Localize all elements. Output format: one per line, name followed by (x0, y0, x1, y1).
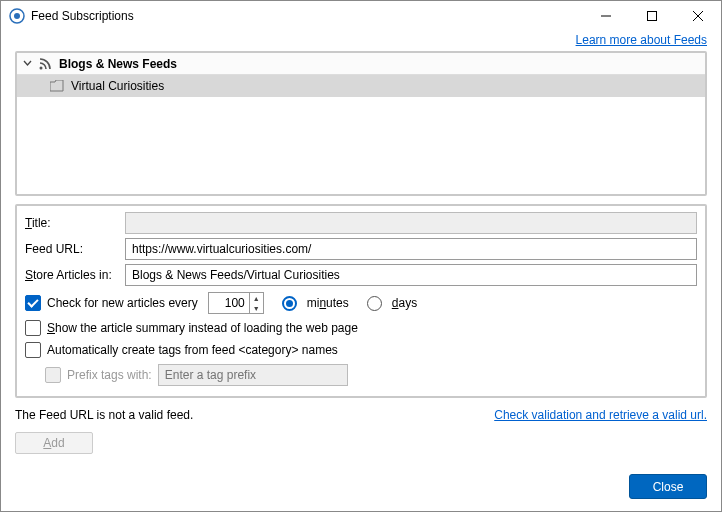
maximize-button[interactable] (629, 1, 675, 31)
tree-root[interactable]: Blogs & News Feeds (17, 53, 705, 75)
titlebar: Feed Subscriptions (1, 1, 721, 31)
auto-tags-checkbox[interactable] (25, 342, 41, 358)
form-panel: Title: Feed URL: Store Articles in: Chec… (15, 204, 707, 398)
spinner-up-icon: ▲ (250, 293, 263, 303)
tree-item-label: Virtual Curiosities (69, 79, 164, 93)
check-every-checkbox[interactable] (25, 295, 41, 311)
minutes-radio[interactable] (282, 296, 297, 311)
show-summary-label: Show the article summary instead of load… (47, 321, 358, 335)
days-label: days (392, 296, 417, 310)
title-label: Title: (25, 216, 125, 230)
tree-root-label: Blogs & News Feeds (57, 57, 177, 71)
store-input[interactable] (125, 264, 697, 286)
minimize-button[interactable] (583, 1, 629, 31)
minutes-label: minutes (307, 296, 349, 310)
rss-icon (37, 56, 53, 72)
close-window-button[interactable] (675, 1, 721, 31)
store-label: Store Articles in: (25, 268, 125, 282)
window-controls (583, 1, 721, 31)
add-button: Add (15, 432, 93, 454)
prefix-tags-checkbox (45, 367, 61, 383)
svg-point-1 (14, 13, 20, 19)
svg-point-6 (40, 66, 43, 69)
check-every-label: Check for new articles every (47, 296, 198, 310)
svg-rect-3 (648, 12, 657, 21)
window-title: Feed Subscriptions (31, 9, 134, 23)
check-validation-link[interactable]: Check validation and retrieve a valid ur… (494, 408, 707, 422)
app-icon (9, 8, 25, 24)
feed-url-input[interactable] (125, 238, 697, 260)
window: Feed Subscriptions Learn more about Feed… (0, 0, 722, 512)
prefix-tags-label: Prefix tags with: (67, 368, 152, 382)
feed-url-label: Feed URL: (25, 242, 125, 256)
show-summary-checkbox[interactable] (25, 320, 41, 336)
auto-tags-label: Automatically create tags from feed <cat… (47, 343, 338, 357)
spinner-down-icon: ▼ (250, 303, 263, 313)
days-radio[interactable] (367, 296, 382, 311)
interval-spinner[interactable]: 100 ▲▼ (208, 292, 264, 314)
status-text: The Feed URL is not a valid feed. (15, 408, 494, 422)
help-link[interactable]: Learn more about Feeds (576, 33, 707, 47)
feed-tree[interactable]: Blogs & News Feeds Virtual Curiosities (15, 51, 707, 196)
folder-icon (49, 78, 65, 94)
tree-item[interactable]: Virtual Curiosities (17, 75, 705, 97)
prefix-tags-input (158, 364, 348, 386)
title-input[interactable] (125, 212, 697, 234)
chevron-down-icon[interactable] (21, 59, 33, 68)
close-button[interactable]: Close (629, 474, 707, 499)
